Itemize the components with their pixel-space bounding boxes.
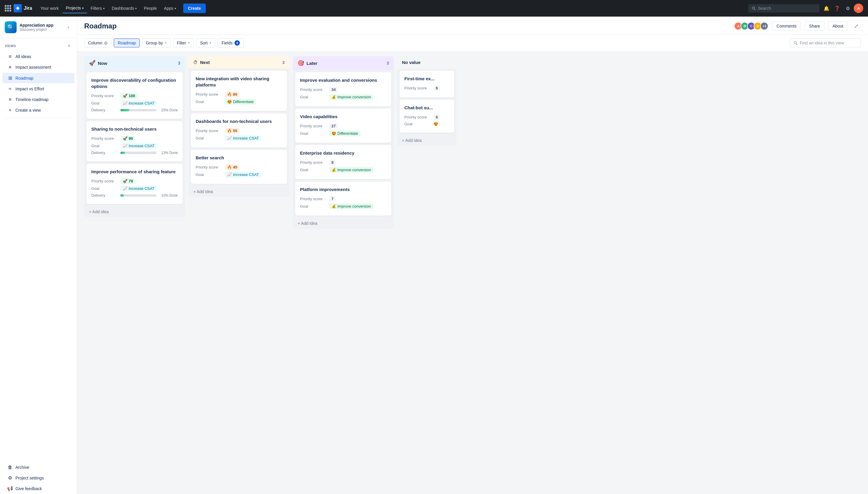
column-next: ⏱ Next 3 New integration with video shar… <box>188 56 289 197</box>
column-later: 🎯 Later 3 Improve evaluation and convers… <box>293 56 394 229</box>
sidebar-item-impact-vs-effort[interactable]: ≈ Impact vs Effort <box>2 84 74 94</box>
column-button[interactable]: Column ⊙ <box>84 38 111 48</box>
card-chatbot-goal: Goal 😍 <box>404 122 449 126</box>
score-value: 100 <box>129 94 135 98</box>
idea-search-input[interactable] <box>800 41 857 45</box>
card-first-time[interactable]: First-time ex... Priority score 6 <box>400 71 454 97</box>
add-view-button[interactable]: + <box>66 43 72 49</box>
idea-search[interactable] <box>790 38 861 48</box>
next-cards: New integration with video sharing platf… <box>188 69 289 186</box>
card-platform-improvements[interactable]: Platform improvements Priority score 7 G… <box>295 182 391 215</box>
nav-people[interactable]: People <box>140 3 160 13</box>
help-button[interactable]: ❓ <box>832 3 842 13</box>
comments-button[interactable]: Comments <box>772 22 801 31</box>
apps-grid-icon[interactable] <box>5 5 11 12</box>
settings-button[interactable]: ⚙ <box>843 3 853 13</box>
sidebar-divider <box>5 118 72 118</box>
sidebar-roadmap-label: Roadmap <box>15 76 70 80</box>
sidebar-item-project-settings[interactable]: ⚙ Project settings <box>2 473 74 483</box>
fields-button[interactable]: Fields 4 <box>218 38 243 48</box>
card-video-capabilities[interactable]: Video capabilities Priority score 27 Goa… <box>295 109 391 143</box>
create-view-icon: + <box>7 108 13 113</box>
roadmap-button[interactable]: Roadmap <box>114 38 140 48</box>
sidebar-item-roadmap[interactable]: ⊞ Roadmap <box>2 73 74 83</box>
jira-logo[interactable]: Jira <box>14 4 32 13</box>
sort-label: Sort <box>200 41 208 45</box>
roadmap-header: Roadmap A B C D +3 Comments Share About … <box>77 17 868 35</box>
card-chatbot-title: Chat-bot su... <box>404 104 449 111</box>
card-chatbot[interactable]: Chat-bot su... Priority score 6 Goal 😍 <box>400 100 454 133</box>
card-sharing[interactable]: Sharing to non-technical users Priority … <box>87 121 183 162</box>
card-eval-conversions[interactable]: Improve evaluation and conversions Prior… <box>295 72 391 106</box>
sidebar-timeline-roadmap-label: Timeline roadmap <box>15 97 70 102</box>
create-button[interactable]: Create <box>183 3 206 13</box>
global-search[interactable] <box>748 4 819 13</box>
nav-your-work[interactable]: Your work <box>37 3 62 13</box>
sidebar-item-create-view[interactable]: + Create a view <box>2 105 74 115</box>
card-first-time-priority: Priority score 6 <box>404 85 449 91</box>
card-discoverability-goal: Goal 📈 Increase CSAT <box>91 100 178 106</box>
card-discoverability-priority: Priority score 🚀 100 <box>91 93 178 99</box>
later-count: 3 <box>386 61 389 65</box>
card-discoverability-title: Improve discoverability of configuration… <box>91 77 178 90</box>
user-avatar[interactable]: A <box>854 3 863 13</box>
share-button[interactable]: Share <box>804 22 825 31</box>
header-right: A B C D +3 Comments Share About ⤢ <box>734 21 861 31</box>
toolbar: Column ⊙ Roadmap Group by + Filter + Sor… <box>77 35 868 52</box>
card-enterprise-data[interactable]: Enterprise data residency Priority score… <box>295 145 391 179</box>
filter-button[interactable]: Filter + <box>173 38 194 48</box>
brand-label: Jira <box>24 6 32 11</box>
progress-text: 25% Done <box>161 108 178 112</box>
expand-button[interactable]: ⤢ <box>851 21 861 31</box>
nav-dashboards[interactable]: Dashboards ▾ <box>108 3 141 13</box>
fields-label: Fields <box>221 41 232 45</box>
group-by-label: Group by <box>146 41 163 45</box>
no-value-cards: First-time ex... Priority score 6 Chat-b… <box>397 69 456 135</box>
card-video-integration[interactable]: New integration with video sharing platf… <box>191 71 287 111</box>
fields-count-badge: 4 <box>235 40 240 45</box>
card-video-integration-title: New integration with video sharing platf… <box>196 76 282 88</box>
sidebar-item-all-ideas[interactable]: ≡ All ideas <box>2 52 74 62</box>
card-video-cap-priority: Priority score 27 <box>300 123 386 129</box>
card-enterprise-goal: Goal 💰 Improve conversion <box>300 167 386 173</box>
later-add-idea-button[interactable]: + Add idea <box>293 218 394 229</box>
nav-projects[interactable]: Projects ▾ <box>62 3 87 13</box>
next-add-idea-button[interactable]: + Add idea <box>188 186 289 197</box>
group-by-button[interactable]: Group by + <box>142 38 171 48</box>
about-button[interactable]: About <box>828 22 848 31</box>
search-input[interactable] <box>758 6 816 11</box>
column-later-header: 🎯 Later 3 <box>293 56 394 70</box>
card-performance[interactable]: Improve performance of sharing feature P… <box>87 164 183 204</box>
now-add-idea-button[interactable]: + Add idea <box>84 206 185 217</box>
main-content: Roadmap A B C D +3 Comments Share About … <box>77 17 868 494</box>
sidebar-collapse-button[interactable]: ‹ <box>65 24 72 31</box>
sidebar-item-give-feedback[interactable]: 📢 Give feedback <box>2 483 74 494</box>
sort-button[interactable]: Sort + <box>196 38 216 48</box>
card-dashboards-goal: Goal 📈 Increase CSAT <box>196 135 282 141</box>
now-count: 3 <box>178 61 180 65</box>
card-better-search[interactable]: Better search Priority score 🔥 45 Goal <box>191 150 287 184</box>
sidebar-project-settings-label: Project settings <box>15 476 70 480</box>
next-icon: ⏱ <box>193 60 198 65</box>
sidebar-project-header: 🔍 Appreciation app Discovery project ‹ <box>0 17 77 38</box>
column-label: Column <box>88 41 102 45</box>
sidebar-all-ideas-label: All ideas <box>15 54 70 59</box>
app-layout: 🔍 Appreciation app Discovery project ‹ V… <box>0 0 868 494</box>
give-feedback-icon: 📢 <box>7 486 13 491</box>
board: 🚀 Now 3 Improve discoverability of confi… <box>77 52 868 494</box>
card-discoverability[interactable]: Improve discoverability of configuration… <box>87 72 183 119</box>
no-value-add-idea-button[interactable]: + Add idea <box>397 135 456 146</box>
nav-filters[interactable]: Filters ▾ <box>87 3 108 13</box>
card-performance-title: Improve performance of sharing feature <box>91 169 178 175</box>
sidebar-create-view-label: Create a view <box>15 108 70 113</box>
card-platform-priority: Priority score 7 <box>300 196 386 202</box>
card-sharing-title: Sharing to non-technical users <box>91 126 178 132</box>
sidebar-item-impact-assessment[interactable]: ≡ Impact assessment <box>2 62 74 72</box>
card-better-search-goal: Goal 📈 Increase CSAT <box>196 172 282 177</box>
sidebar-item-timeline-roadmap[interactable]: ≡ Timeline roadmap <box>2 94 74 104</box>
notifications-button[interactable]: 🔔 <box>822 3 831 13</box>
group-by-plus-icon: + <box>165 41 167 45</box>
card-dashboards[interactable]: Dashboards for non-technical users Prior… <box>191 113 287 148</box>
sidebar-item-archive[interactable]: 🗑 Archive <box>2 462 74 472</box>
nav-apps[interactable]: Apps ▾ <box>160 3 180 13</box>
